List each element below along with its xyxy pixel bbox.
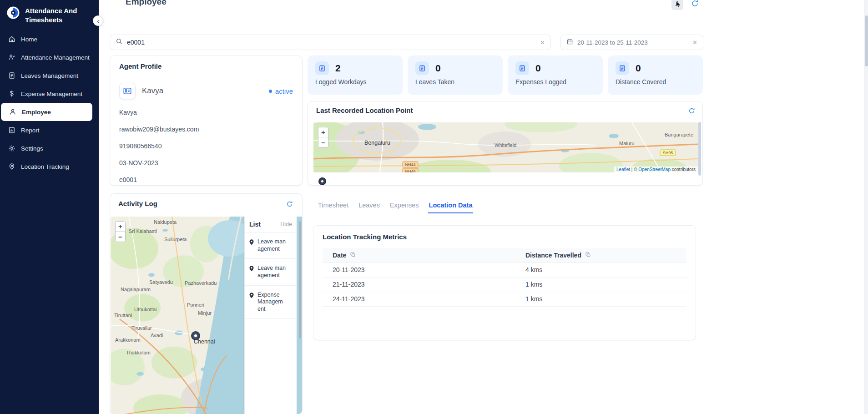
activity-map[interactable]: Naidupeta Sri Kalahasti Sullurpeta Satya… [111, 217, 303, 414]
location-pin-icon [8, 163, 15, 170]
agent-detail-phone: 919080566540 [119, 137, 293, 154]
map-label: Minjur [198, 310, 212, 316]
map-label: Nagalapuram [121, 287, 151, 292]
map-tiles: Bengaluru Whitefield Maluru Bangarapete … [313, 122, 698, 172]
activity-list-item[interactable]: Expense Management [245, 286, 297, 319]
cell-distance: 1 kms [515, 292, 686, 306]
sidebar-item-report[interactable]: Report [0, 121, 99, 139]
sidebar-item-label: Settings [21, 145, 43, 152]
stat-card-expenses-logged: 0 Expenses Logged [508, 56, 603, 95]
stats-row: 2 Logged Workdays 0 Leaves Taken 0 Expen… [308, 56, 703, 95]
sidebar-item-label: Employee [22, 109, 51, 116]
activity-item-label: Expense Management [257, 292, 286, 313]
sidebar-item-home[interactable]: Home [0, 30, 99, 48]
activity-list-hide-button[interactable]: Hide [280, 221, 292, 227]
activity-list-item[interactable]: Leave management [245, 259, 297, 285]
cell-distance: 4 kms [515, 263, 686, 277]
sidebar-item-expense-management[interactable]: Expense Management [0, 85, 99, 103]
sidebar-collapse-button[interactable]: ‹ [93, 15, 103, 26]
map-zoom-control: + − [318, 127, 328, 148]
sidebar-item-label: Report [21, 127, 40, 134]
search-input[interactable] [127, 39, 536, 46]
status-label: active [275, 87, 293, 95]
page-title: Employee [126, 0, 167, 7]
map-label: Pazhaverkadu [185, 280, 217, 286]
stat-value: 0 [535, 63, 541, 74]
agent-detail-name: Kavya [119, 104, 293, 121]
date-range-picker[interactable]: 20-11-2023 to 25-11-2023 ✕ [560, 35, 703, 50]
map-label: Uthukottai [134, 307, 156, 312]
copy-icon[interactable] [350, 252, 356, 259]
refresh-icon [688, 107, 695, 116]
activity-list-title: List [249, 221, 261, 228]
map-label: Tiruvallur [131, 325, 152, 331]
list-scrollbar-thumb[interactable] [299, 221, 301, 338]
user-check-icon [8, 54, 15, 61]
attribution-separator: | © [630, 167, 638, 172]
map-refresh-button[interactable] [687, 107, 696, 116]
sidebar-item-location-tracking[interactable]: Location Tracking [0, 157, 99, 176]
sidebar-nav: Home Attendance Management Leaves Manage… [0, 30, 99, 176]
leaflet-link[interactable]: Leaflet [616, 167, 630, 172]
tab-location-data[interactable]: Location Data [428, 201, 474, 213]
tab-timesheet[interactable]: Timesheet [317, 201, 349, 212]
openstreetmap-link[interactable]: OpenStreetMap [638, 167, 671, 172]
stat-label: Leaves Taken [415, 78, 495, 86]
last-location-map[interactable]: Bengaluru Whitefield Maluru Bangarapete … [313, 122, 698, 172]
sidebar-item-employee[interactable]: Employee [1, 103, 92, 121]
table-row: 24-11-2023 1 kms [323, 292, 686, 306]
zoom-in-button[interactable]: + [318, 127, 328, 137]
search-box: ✕ [110, 35, 551, 50]
tab-leaves[interactable]: Leaves [358, 201, 381, 212]
column-header-distance: Distance Travelled [515, 248, 686, 263]
agent-profile-row: Kavya active [119, 82, 293, 100]
location-pin-icon [248, 239, 255, 252]
map-label: Satyavedu [149, 279, 173, 285]
stat-card-distance-covered: 0 Distance Covered [608, 56, 703, 95]
cell-date: 24-11-2023 [323, 292, 515, 306]
map-label: Sri Kalahasti [129, 228, 157, 234]
map-label: Whitefield [495, 142, 516, 148]
tab-expenses[interactable]: Expenses [389, 201, 420, 212]
page-scrollbar[interactable] [864, 0, 868, 414]
sidebar-item-settings[interactable]: Settings [0, 139, 99, 157]
date-clear-icon[interactable]: ✕ [692, 40, 697, 45]
page-scrollbar-thumb[interactable] [865, 15, 868, 66]
download-button[interactable] [671, 0, 683, 10]
map-label: Avadi [151, 333, 163, 338]
sidebar: Attendance And Timesheets Home Attendanc… [0, 0, 99, 414]
status-dot [269, 90, 272, 93]
detail-tabs: Timesheet Leaves Expenses Location Data [317, 201, 473, 213]
map-cluster-marker[interactable] [191, 331, 200, 340]
zoom-out-button[interactable]: − [318, 137, 328, 147]
zoom-in-button[interactable]: + [116, 222, 125, 232]
activity-item-label: Leave management [257, 265, 286, 279]
activity-refresh-button[interactable] [285, 200, 294, 209]
search-clear-icon[interactable]: ✕ [540, 40, 545, 45]
map-label: Thakkolam [126, 350, 151, 355]
card-scrollbar-thumb[interactable] [698, 122, 701, 176]
map-label: Naidupeta [154, 219, 177, 225]
metrics-table: Date Distance Travelled 20-11-2023 4 kms… [323, 248, 686, 307]
sidebar-item-leaves-management[interactable]: Leaves Management [0, 66, 99, 85]
refresh-icon [286, 201, 293, 209]
last-location-title: Last Recorded Location Point [316, 106, 413, 114]
stat-label: Distance Covered [616, 78, 695, 86]
header-refresh-button[interactable] [689, 0, 700, 10]
attribution-suffix: contributors [671, 167, 696, 172]
download-icon [674, 0, 681, 8]
activity-list-item[interactable]: Leave management [245, 232, 297, 259]
map-attribution: Leaflet | © OpenStreetMap contributors [614, 167, 698, 172]
road-shield: NH48 [405, 169, 415, 172]
table-header-row: Date Distance Travelled [323, 248, 686, 263]
copy-icon[interactable] [585, 252, 591, 259]
agent-detail-date: 03-NOV-2023 [119, 154, 293, 171]
zoom-out-button[interactable]: − [116, 232, 125, 242]
status-badge: active [269, 87, 293, 95]
clipboard-icon [616, 61, 629, 75]
map-label: Bangarapete [665, 132, 693, 137]
table-row: 21-11-2023 1 kms [323, 277, 686, 292]
chevron-left-icon: ‹ [97, 18, 99, 24]
sidebar-item-attendance-management[interactable]: Attendance Management [0, 48, 99, 66]
cell-date: 20-11-2023 [323, 263, 515, 277]
